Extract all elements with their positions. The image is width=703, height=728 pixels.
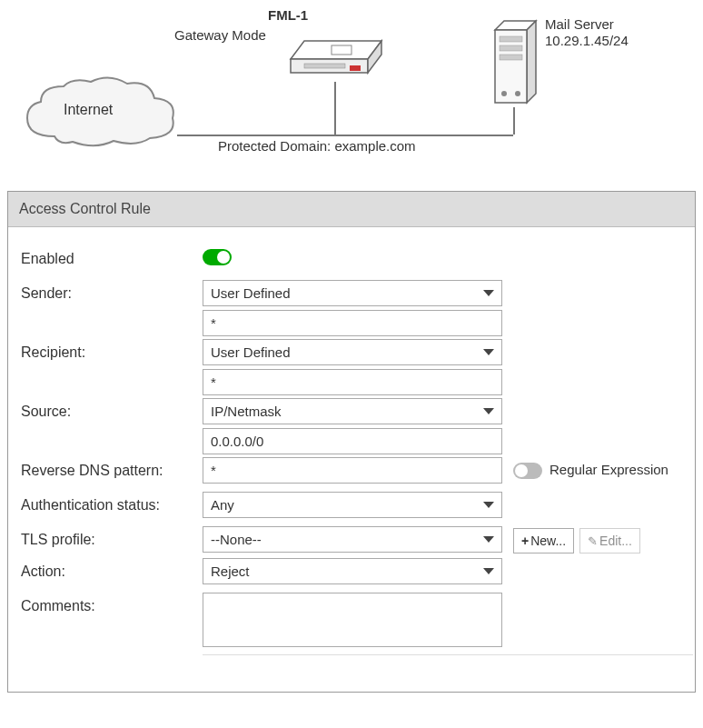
network-diagram: FML-1 Gateway Mode Internet Mail [0,0,703,182]
auth-select[interactable]: Any [203,492,502,518]
mail-server-icon [490,16,540,107]
fml-name-label: FML-1 [268,7,308,23]
svg-rect-4 [500,36,522,42]
chevron-down-icon [483,408,494,414]
connection-line [334,82,336,135]
recipient-select[interactable]: User Defined [203,339,502,365]
comments-label: Comments: [21,593,203,614]
enabled-toggle[interactable] [203,249,232,265]
sender-select[interactable]: User Defined [203,280,502,306]
internet-label: Internet [64,102,113,118]
server-name-label: Mail Server [545,16,614,32]
chevron-down-icon [483,568,494,574]
sender-label: Sender: [21,280,203,302]
fml-device-icon [286,27,386,82]
fml-mode-label: Gateway Mode [174,27,266,43]
connection-line [513,107,515,135]
source-label: Source: [21,398,203,420]
svg-rect-6 [500,55,522,60]
svg-rect-0 [332,45,352,55]
plus-icon: + [521,534,529,548]
recipient-input[interactable] [203,369,502,395]
svg-point-8 [515,91,520,96]
recipient-label: Recipient: [21,339,203,361]
regex-label: Regular Expression [550,462,668,477]
chevron-down-icon [483,290,494,296]
regex-toggle[interactable] [513,463,542,479]
separator [203,654,693,655]
source-select[interactable]: IP/Netmask [203,398,502,424]
svg-point-7 [501,91,507,96]
svg-rect-2 [350,65,361,71]
rdns-label: Reverse DNS pattern: [21,457,203,479]
tls-label: TLS profile: [21,526,203,548]
rdns-input[interactable] [203,457,502,484]
comments-textarea[interactable] [203,593,502,647]
chevron-down-icon [483,349,494,355]
protected-domain-label: Protected Domain: example.com [218,138,416,154]
panel-title: Access Control Rule [8,192,695,227]
sender-input[interactable] [203,310,502,336]
edit-button[interactable]: ✎ Edit... [579,528,640,553]
server-ip-label: 10.29.1.45/24 [545,33,629,48]
enabled-label: Enabled [21,245,203,267]
source-input[interactable] [203,428,502,454]
action-label: Action: [21,558,203,580]
auth-label: Authentication status: [21,492,203,514]
connection-line [177,135,513,136]
new-button[interactable]: + New... [513,528,574,553]
access-control-panel: Access Control Rule Enabled Sender: User… [7,191,696,693]
chevron-down-icon [483,502,494,508]
tls-select[interactable]: --None-- [203,526,502,553]
svg-rect-5 [500,45,522,51]
edit-icon: ✎ [588,534,598,548]
svg-rect-1 [304,64,345,68]
action-select[interactable]: Reject [203,558,502,584]
chevron-down-icon [483,536,494,543]
